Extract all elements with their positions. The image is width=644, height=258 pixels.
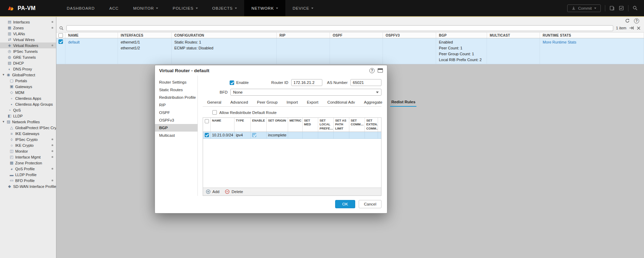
- bfd-select[interactable]: None: [230, 89, 381, 96]
- sidebar-item-zone-protection[interactable]: ▩Zone Protection: [0, 160, 56, 166]
- sidebar-item-gateways[interactable]: ▣Gateways: [0, 84, 56, 89]
- sidebar-item-network-profiles[interactable]: ▼▨Network Profiles: [0, 119, 56, 125]
- table-row[interactable]: default ethernet1/1 ethernet1/2 Static R…: [56, 38, 644, 64]
- tab-redist-rules[interactable]: Redist Rules: [390, 98, 416, 107]
- dialog-nav-static-routes[interactable]: Static Routes: [155, 86, 197, 94]
- sidebar-item-ipsec-crypto[interactable]: ◊IPSec Crypto: [0, 136, 56, 142]
- router-id-field[interactable]: [291, 79, 322, 86]
- task-manager-icon[interactable]: [619, 6, 624, 11]
- sidebar-item-interfaces[interactable]: ▤Interfaces: [0, 19, 56, 25]
- column-header-name[interactable]: NAME: [65, 32, 118, 38]
- sidebar-item-monitor[interactable]: ◫Monitor: [0, 148, 56, 154]
- dialog-nav-multicast[interactable]: Multicast: [155, 132, 197, 139]
- sidebar-item-globalprotect[interactable]: ▼◉GlobalProtect: [0, 72, 56, 78]
- sidebar-item-sd-wan-interface-profile[interactable]: ◆SD-WAN Interface Profile: [0, 183, 56, 189]
- redist-col-set-as-path-limit[interactable]: SET AS PATH LIMIT: [334, 118, 349, 132]
- redist-col-set-origin[interactable]: SET ORIGIN: [267, 118, 288, 132]
- sidebar-item-ike-crypto[interactable]: ○IKE Crypto: [0, 142, 56, 148]
- nav-acc[interactable]: ACC: [102, 0, 126, 16]
- redist-col-set-local-pref[interactable]: SET LOCAL PREFE…: [318, 118, 334, 132]
- column-header-interfaces[interactable]: INTERFACES: [118, 32, 172, 38]
- redist-col-metric[interactable]: METRIC: [288, 118, 303, 132]
- tab-advanced[interactable]: Advanced: [229, 99, 249, 106]
- nav-policies[interactable]: POLICIES: [165, 0, 205, 16]
- as-number-field[interactable]: [350, 79, 381, 86]
- help-icon[interactable]: ?: [634, 18, 639, 23]
- sidebar-item-ike-gateways[interactable]: ≡IKE Gateways: [0, 131, 56, 136]
- global-find-icon[interactable]: [633, 6, 638, 11]
- tab-export[interactable]: Export: [306, 99, 319, 106]
- dialog-nav-ospf[interactable]: OSPF: [155, 109, 197, 116]
- commit-button[interactable]: Commit: [567, 4, 601, 12]
- router-name-link[interactable]: default: [68, 40, 80, 44]
- ok-button[interactable]: OK: [335, 200, 356, 208]
- column-header-configuration[interactable]: CONFIGURATION: [172, 32, 277, 38]
- allow-redistribute-checkbox[interactable]: [212, 110, 217, 115]
- save-config-icon[interactable]: [609, 6, 615, 11]
- sidebar-item-bfd-profile[interactable]: ▭BFD Profile: [0, 178, 56, 183]
- nav-network[interactable]: NETWORK: [244, 0, 285, 16]
- tab-peer-group[interactable]: Peer Group: [256, 99, 278, 106]
- sidebar-item-gre-tunnels[interactable]: ◍GRE Tunnels: [0, 54, 56, 60]
- sidebar-item-vlans[interactable]: ▥VLANs: [0, 31, 56, 37]
- sidebar-item-zones[interactable]: ▦Zones: [0, 25, 56, 31]
- select-all-checkbox[interactable]: [58, 33, 63, 38]
- sidebar-item-ipsec-tunnels[interactable]: ◎IPSec Tunnels: [0, 48, 56, 54]
- sidebar-item-lldp[interactable]: ◧LLDP: [0, 113, 56, 119]
- column-header-ospf[interactable]: OSPF: [330, 32, 383, 38]
- redist-col-enable[interactable]: ENABLE: [251, 118, 267, 132]
- redist-col-type[interactable]: TYPE: [234, 118, 251, 132]
- column-header-multicast[interactable]: MULTICAST: [487, 32, 540, 38]
- clear-filter-icon[interactable]: [637, 26, 641, 30]
- nav-monitor[interactable]: MONITOR: [126, 0, 165, 16]
- add-button[interactable]: Add: [206, 189, 219, 194]
- sidebar-item-qos-profile[interactable]: ◕QoS Profile: [0, 166, 56, 172]
- dialog-help-icon[interactable]: ?: [369, 68, 375, 73]
- nav-device[interactable]: DEVICE: [285, 0, 321, 16]
- sidebar-item-dns-proxy[interactable]: ◐DNS Proxy: [0, 66, 56, 72]
- dialog-nav-router-settings[interactable]: Router Settings: [155, 78, 197, 86]
- sidebar-item-clientless-apps[interactable]: ▫Clientless Apps: [0, 95, 56, 101]
- sidebar-item-globalprotect-ipsec-crypto[interactable]: △GlobalProtect IPSec Crypto: [0, 125, 56, 131]
- column-header-bgp[interactable]: BGP: [436, 32, 487, 38]
- dialog-nav-rip[interactable]: RIP: [155, 101, 197, 109]
- sidebar-item-portals[interactable]: ▢Portals: [0, 78, 56, 84]
- row-checkbox[interactable]: [58, 39, 63, 44]
- column-header-ospfv3[interactable]: OSPFV3: [383, 32, 436, 38]
- redist-select-all-checkbox[interactable]: [205, 119, 209, 123]
- sidebar-item-dhcp[interactable]: ▧DHCP: [0, 60, 56, 66]
- cancel-button[interactable]: Cancel: [359, 200, 381, 208]
- dialog-nav-bgp[interactable]: BGP: [155, 124, 197, 132]
- nav-objects[interactable]: OBJECTS: [205, 0, 244, 16]
- refresh-icon[interactable]: [625, 18, 630, 23]
- chevron-down-icon[interactable]: ▼: [2, 73, 6, 76]
- redist-col-set-med[interactable]: SET MED: [303, 118, 318, 132]
- redist-rule-row[interactable]: 10.21.0.0/24 ipv4 incomplete: [203, 132, 381, 139]
- redist-col-name[interactable]: NAME: [211, 118, 234, 132]
- tab-aggregate[interactable]: Aggregate: [363, 99, 383, 106]
- nav-dashboard[interactable]: DASHBOARD: [59, 0, 102, 16]
- more-runtime-stats-link[interactable]: More Runtime Stats: [543, 40, 576, 44]
- bgp-enable-checkbox[interactable]: [230, 80, 234, 85]
- redist-row-checkbox[interactable]: [205, 133, 209, 137]
- sidebar-item-interface-mgmt[interactable]: ◰Interface Mgmt: [0, 154, 56, 160]
- column-header-runtime-stats[interactable]: RUNTIME STATS: [540, 32, 644, 38]
- sidebar-item-clientless-app-groups[interactable]: ▪Clientless App Groups: [0, 101, 56, 107]
- sidebar-item-qos[interactable]: ◔QoS: [0, 107, 56, 113]
- filter-input[interactable]: [66, 25, 613, 31]
- tab-import[interactable]: Import: [286, 99, 299, 106]
- chevron-down-icon[interactable]: ▼: [2, 120, 6, 123]
- column-header-rip[interactable]: RIP: [277, 32, 330, 38]
- delete-button[interactable]: Delete: [225, 189, 243, 194]
- redist-col-set-community[interactable]: SET COMM…: [349, 118, 365, 132]
- tab-general[interactable]: General: [206, 99, 222, 106]
- sidebar-item-lldp-profile[interactable]: ▬LLDP Profile: [0, 172, 56, 178]
- sidebar-item-virtual-wires[interactable]: ⇄Virtual Wires: [0, 37, 56, 42]
- dialog-nav-redistribution-profile[interactable]: Redistribution Profile: [155, 94, 197, 101]
- dialog-window-icon[interactable]: [378, 68, 383, 73]
- tab-conditional-adv[interactable]: Conditional Adv: [326, 99, 356, 106]
- redist-enable-checkbox[interactable]: [252, 133, 256, 137]
- apply-filter-icon[interactable]: [629, 26, 634, 30]
- sidebar-item-virtual-routers[interactable]: ◈Virtual Routers: [0, 42, 56, 48]
- redist-col-set-ext-community[interactable]: SET EXTEN… COMM…: [365, 118, 378, 132]
